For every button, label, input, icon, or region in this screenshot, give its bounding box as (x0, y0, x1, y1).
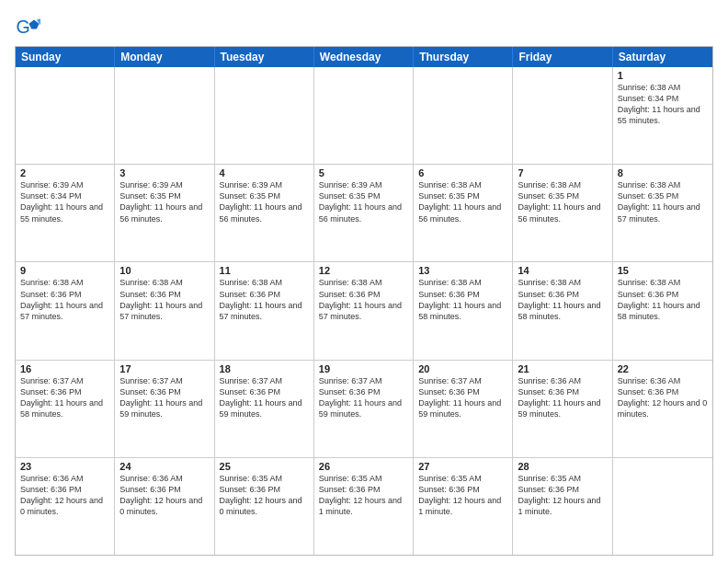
calendar-cell: 8Sunrise: 6:38 AM Sunset: 6:35 PM Daylig… (613, 165, 712, 261)
calendar-cell: 12Sunrise: 6:38 AM Sunset: 6:36 PM Dayli… (314, 262, 414, 359)
calendar-row: 16Sunrise: 6:37 AM Sunset: 6:36 PM Dayli… (16, 360, 712, 457)
day-number: 6 (418, 167, 507, 178)
day-info: Sunrise: 6:37 AM Sunset: 6:36 PM Dayligh… (119, 375, 209, 420)
day-info: Sunrise: 6:38 AM Sunset: 6:35 PM Dayligh… (618, 179, 708, 224)
header: G (15, 11, 713, 40)
day-number: 4 (220, 167, 309, 178)
calendar-cell: 5Sunrise: 6:39 AM Sunset: 6:35 PM Daylig… (314, 165, 414, 261)
weekday-header: Tuesday (215, 47, 314, 67)
day-info: Sunrise: 6:36 AM Sunset: 6:36 PM Dayligh… (618, 375, 708, 420)
day-number: 7 (518, 167, 607, 178)
calendar-cell: 10Sunrise: 6:38 AM Sunset: 6:36 PM Dayli… (115, 262, 214, 359)
day-number: 9 (20, 265, 109, 276)
day-info: Sunrise: 6:38 AM Sunset: 6:36 PM Dayligh… (418, 277, 507, 322)
day-number: 5 (319, 167, 408, 178)
calendar-cell: 3Sunrise: 6:39 AM Sunset: 6:35 PM Daylig… (115, 165, 214, 261)
weekday-header: Thursday (414, 47, 513, 67)
day-info: Sunrise: 6:38 AM Sunset: 6:34 PM Dayligh… (618, 82, 708, 127)
calendar-row: 1Sunrise: 6:38 AM Sunset: 6:34 PM Daylig… (16, 67, 712, 164)
calendar-cell (314, 67, 414, 164)
day-number: 10 (119, 265, 209, 276)
day-number: 17 (119, 363, 209, 374)
day-number: 23 (20, 461, 109, 472)
day-info: Sunrise: 6:39 AM Sunset: 6:35 PM Dayligh… (319, 179, 408, 224)
calendar-row: 2Sunrise: 6:39 AM Sunset: 6:34 PM Daylig… (16, 164, 712, 261)
day-info: Sunrise: 6:39 AM Sunset: 6:34 PM Dayligh… (20, 179, 109, 224)
calendar-row: 23Sunrise: 6:36 AM Sunset: 6:36 PM Dayli… (16, 457, 712, 555)
day-info: Sunrise: 6:35 AM Sunset: 6:36 PM Dayligh… (220, 473, 309, 518)
calendar-cell: 1Sunrise: 6:38 AM Sunset: 6:34 PM Daylig… (613, 67, 712, 164)
calendar-cell: 13Sunrise: 6:38 AM Sunset: 6:36 PM Dayli… (414, 262, 513, 359)
weekday-header: Monday (115, 47, 214, 67)
calendar-cell: 16Sunrise: 6:37 AM Sunset: 6:36 PM Dayli… (16, 361, 115, 457)
calendar-cell (215, 67, 314, 164)
calendar-cell: 14Sunrise: 6:38 AM Sunset: 6:36 PM Dayli… (513, 262, 612, 359)
calendar-cell (16, 67, 115, 164)
weekday-header: Sunday (16, 47, 115, 67)
calendar-page: G SundayMondayTuesdayWednesdayThursdayFr… (0, 0, 728, 563)
calendar-cell (115, 67, 214, 164)
day-info: Sunrise: 6:35 AM Sunset: 6:36 PM Dayligh… (418, 473, 507, 518)
calendar-cell: 27Sunrise: 6:35 AM Sunset: 6:36 PM Dayli… (414, 458, 513, 555)
day-number: 18 (220, 363, 309, 374)
calendar-cell: 17Sunrise: 6:37 AM Sunset: 6:36 PM Dayli… (115, 361, 214, 457)
calendar-cell: 22Sunrise: 6:36 AM Sunset: 6:36 PM Dayli… (613, 361, 712, 457)
day-number: 3 (119, 167, 209, 178)
calendar-cell: 25Sunrise: 6:35 AM Sunset: 6:36 PM Dayli… (215, 458, 314, 555)
day-number: 12 (319, 265, 408, 276)
calendar-cell: 28Sunrise: 6:35 AM Sunset: 6:36 PM Dayli… (513, 458, 612, 555)
calendar-cell: 21Sunrise: 6:36 AM Sunset: 6:36 PM Dayli… (513, 361, 612, 457)
day-number: 2 (20, 167, 109, 178)
calendar-body: 1Sunrise: 6:38 AM Sunset: 6:34 PM Daylig… (16, 67, 712, 555)
calendar-cell: 18Sunrise: 6:37 AM Sunset: 6:36 PM Dayli… (215, 361, 314, 457)
day-number: 1 (618, 70, 708, 81)
day-number: 28 (518, 461, 607, 472)
weekday-header: Wednesday (314, 47, 414, 67)
calendar-cell: 4Sunrise: 6:39 AM Sunset: 6:35 PM Daylig… (215, 165, 314, 261)
day-number: 19 (319, 363, 408, 374)
day-info: Sunrise: 6:39 AM Sunset: 6:35 PM Dayligh… (119, 179, 209, 224)
day-info: Sunrise: 6:35 AM Sunset: 6:36 PM Dayligh… (518, 473, 607, 518)
day-info: Sunrise: 6:38 AM Sunset: 6:35 PM Dayligh… (418, 179, 507, 224)
day-number: 15 (618, 265, 708, 276)
day-info: Sunrise: 6:37 AM Sunset: 6:36 PM Dayligh… (220, 375, 309, 420)
day-number: 24 (119, 461, 209, 472)
day-number: 13 (418, 265, 507, 276)
day-info: Sunrise: 6:39 AM Sunset: 6:35 PM Dayligh… (220, 179, 309, 224)
day-number: 16 (20, 363, 109, 374)
calendar-cell (414, 67, 513, 164)
day-number: 14 (518, 265, 607, 276)
day-info: Sunrise: 6:38 AM Sunset: 6:36 PM Dayligh… (518, 277, 607, 322)
calendar-cell: 20Sunrise: 6:37 AM Sunset: 6:36 PM Dayli… (414, 361, 513, 457)
day-info: Sunrise: 6:35 AM Sunset: 6:36 PM Dayligh… (319, 473, 408, 518)
calendar-cell (513, 67, 612, 164)
day-info: Sunrise: 6:36 AM Sunset: 6:36 PM Dayligh… (20, 473, 109, 518)
day-info: Sunrise: 6:38 AM Sunset: 6:36 PM Dayligh… (119, 277, 209, 322)
calendar-row: 9Sunrise: 6:38 AM Sunset: 6:36 PM Daylig… (16, 261, 712, 359)
calendar-cell (613, 458, 712, 555)
day-info: Sunrise: 6:38 AM Sunset: 6:36 PM Dayligh… (220, 277, 309, 322)
day-number: 26 (319, 461, 408, 472)
calendar-cell: 24Sunrise: 6:36 AM Sunset: 6:36 PM Dayli… (115, 458, 214, 555)
day-number: 25 (220, 461, 309, 472)
logo-icon: G (15, 15, 40, 40)
calendar-cell: 7Sunrise: 6:38 AM Sunset: 6:35 PM Daylig… (513, 165, 612, 261)
day-info: Sunrise: 6:37 AM Sunset: 6:36 PM Dayligh… (20, 375, 109, 420)
day-info: Sunrise: 6:37 AM Sunset: 6:36 PM Dayligh… (418, 375, 507, 420)
day-number: 20 (418, 363, 507, 374)
calendar-cell: 15Sunrise: 6:38 AM Sunset: 6:36 PM Dayli… (613, 262, 712, 359)
calendar-cell: 9Sunrise: 6:38 AM Sunset: 6:36 PM Daylig… (16, 262, 115, 359)
day-info: Sunrise: 6:38 AM Sunset: 6:36 PM Dayligh… (319, 277, 408, 322)
calendar-cell: 6Sunrise: 6:38 AM Sunset: 6:35 PM Daylig… (414, 165, 513, 261)
day-info: Sunrise: 6:38 AM Sunset: 6:36 PM Dayligh… (618, 277, 708, 322)
day-number: 22 (618, 363, 708, 374)
day-number: 21 (518, 363, 607, 374)
calendar-cell: 19Sunrise: 6:37 AM Sunset: 6:36 PM Dayli… (314, 361, 414, 457)
svg-text:G: G (16, 17, 29, 37)
day-info: Sunrise: 6:36 AM Sunset: 6:36 PM Dayligh… (518, 375, 607, 420)
calendar-cell: 2Sunrise: 6:39 AM Sunset: 6:34 PM Daylig… (16, 165, 115, 261)
calendar-cell: 23Sunrise: 6:36 AM Sunset: 6:36 PM Dayli… (16, 458, 115, 555)
logo: G (15, 15, 44, 40)
calendar-cell: 11Sunrise: 6:38 AM Sunset: 6:36 PM Dayli… (215, 262, 314, 359)
day-number: 8 (618, 167, 708, 178)
